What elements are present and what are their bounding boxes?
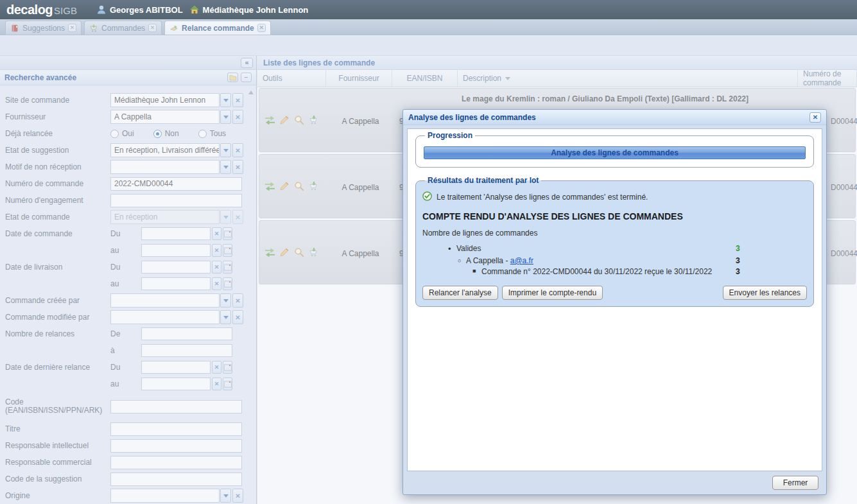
application-window: decalogSIGB Georges ABITBOL Médiathèque … [0,0,857,504]
status-line: Le traitement 'Analyse des lignes de com… [422,191,807,203]
home-icon [189,4,200,15]
bullet-disc-icon: • [448,244,451,254]
result-item-commande: ■ Commande n° 2022-CMD00044 du 30/11/202… [422,267,807,276]
bullet-circle-icon: ○ [458,257,461,264]
dialog-footer: Fermer [772,476,818,490]
current-user[interactable]: Georges ABITBOL [96,4,183,15]
dialog-body: Progression Analyse des lignes de comman… [407,128,822,471]
dialog-titlebar[interactable]: Analyse des lignes de commandes ✕ [403,110,826,125]
top-bar: decalogSIGB Georges ABITBOL Médiathèque … [0,0,857,19]
current-user-name: Georges ABITBOL [110,5,183,15]
supplier-email-link[interactable]: a@a.fr [510,256,533,265]
result-count: 3 [736,256,740,265]
report-subheading: Nombre de lignes de commandes [422,229,807,238]
dialog-title: Analyse des lignes de commandes [408,113,809,122]
user-icon [96,4,107,15]
current-site[interactable]: Médiathèque John Lennon [189,4,309,15]
report-heading: COMPTE RENDU D'ANALYSE DES LIGNES DE COM… [422,211,807,222]
analyse-dialog: Analyse des lignes de commandes ✕ Progre… [403,109,827,495]
app-logo-suffix: SIGB [54,5,77,16]
fermer-button[interactable]: Fermer [772,476,818,490]
bullet-square-icon: ■ [472,268,476,274]
close-icon[interactable]: ✕ [809,112,821,123]
app-logo: decalog [6,3,53,17]
progression-legend: Progression [425,131,475,141]
result-item-fournisseur: ○ A Cappella - a@a.fr 3 [422,256,807,265]
current-site-name: Médiathèque John Lennon [203,5,309,15]
progress-bar: Analyse des lignes de commandes [424,146,806,159]
result-text: A Cappella - [466,256,510,265]
status-text: Le traitement 'Analyse des lignes de com… [437,193,648,202]
result-text: Commande n° 2022-CMD00044 du 30/11/2022 … [481,267,712,276]
envoyer-relances-button[interactable]: Envoyer les relances [723,286,807,300]
result-text: Valides [456,244,481,253]
results-legend: Résultats du traitement par lot [425,176,541,186]
check-circle-icon [422,191,432,203]
imprimer-compte-rendu-button[interactable]: Imprimer le compte-rendu [502,286,603,300]
result-item-valides: • Valides 3 [422,244,807,253]
results-fieldset: Résultats du traitement par lot Le trait… [415,180,814,307]
result-count: 3 [736,244,740,253]
result-count: 3 [736,267,740,276]
relancer-analyse-button[interactable]: Relancer l'analyse [422,286,498,300]
results-buttons-row: Relancer l'analyse Imprimer le compte-re… [422,286,807,300]
progression-fieldset: Progression Analyse des lignes de comman… [415,135,814,168]
